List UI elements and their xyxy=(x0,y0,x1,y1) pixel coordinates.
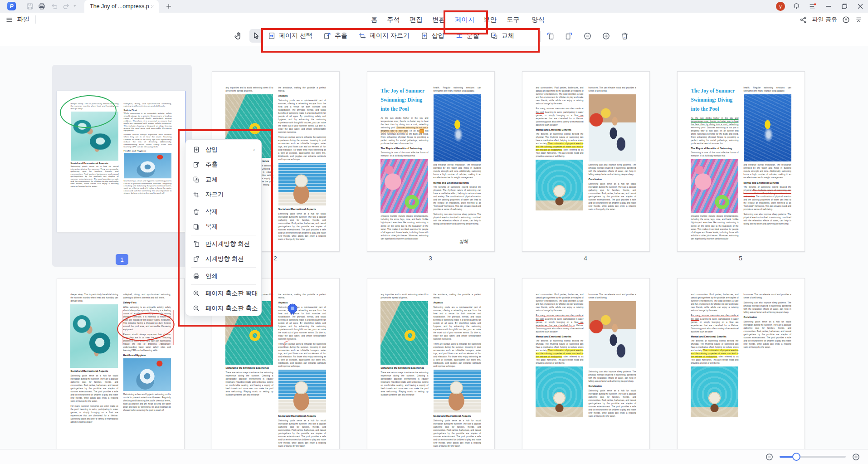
thumb-photo-hat xyxy=(691,366,738,417)
thumb-zoom-in-icon[interactable] xyxy=(852,453,860,461)
menu-tab-주석[interactable]: 주석 xyxy=(387,13,400,26)
share-icon[interactable] xyxy=(800,16,807,24)
thumb-paragraph: There are various ways to enhance the sw… xyxy=(225,371,273,396)
context-item-페이지 축소판 확대[interactable]: 페이지 축소판 확대 xyxy=(185,286,261,301)
collapse-toolbar-icon[interactable] xyxy=(855,16,863,24)
crop-page-button[interactable]: 페이지 자르기 xyxy=(358,32,410,40)
tab-title: The Joy of ...ompress.pdf xyxy=(90,3,149,10)
rotate-cw-button[interactable] xyxy=(565,32,573,40)
thumb-col-right: hormones. This can elevate mood and prov… xyxy=(589,293,636,452)
m_insert-icon xyxy=(193,146,200,153)
support-icon[interactable] xyxy=(793,2,801,10)
menu-tab-양식[interactable]: 양식 xyxy=(532,13,545,26)
page-thumbnail-4[interactable]: and communities. Pool parties, barbecues… xyxy=(522,71,650,252)
thumb-paragraph: Swimming pools serve as a hub for social… xyxy=(589,389,636,418)
thumb-paragraph: Swimming pools are a quintessential part… xyxy=(434,306,481,341)
context-item-시계방향 회전[interactable]: 시계방향 회전 xyxy=(185,251,261,266)
context-item-추출[interactable]: 추출 xyxy=(185,157,261,172)
file-share-label[interactable]: 파일 공유 xyxy=(812,15,837,24)
thumb-paragraph: health. Regular swimming sessions can st… xyxy=(744,86,791,93)
menu-tab-페이지[interactable]: 페이지 xyxy=(455,13,475,26)
thumb-heading: Safety First xyxy=(124,109,172,112)
save-icon[interactable] xyxy=(25,2,34,11)
context-item-삭제[interactable]: 삭제 xyxy=(185,204,261,219)
context-item-페이지 축소판 축소[interactable]: 페이지 축소판 축소 xyxy=(185,301,261,316)
context-item-교체[interactable]: 교체 xyxy=(185,172,261,187)
m_rotl-icon xyxy=(193,240,200,248)
print-icon[interactable] xyxy=(37,2,46,11)
page-select-button[interactable]: 페이지 선택 xyxy=(268,32,312,40)
comment-annotation-icon xyxy=(419,129,424,133)
m_extract-icon xyxy=(193,161,200,168)
page-thumbnail-10[interactable]: and communities. Pool parties, barbecues… xyxy=(677,278,805,452)
zoom-in-button[interactable] xyxy=(602,32,610,40)
menu-tab-홈[interactable]: 홈 xyxy=(371,13,378,26)
page-thumbnail-8[interactable]: any impurities and to avoid swimming whe… xyxy=(367,278,495,452)
m_crop-icon xyxy=(193,191,200,198)
close-button[interactable] xyxy=(856,2,864,10)
hand-tool-button[interactable] xyxy=(231,29,245,43)
zoom-out-button[interactable] xyxy=(583,32,592,40)
page-thumbnail-9[interactable]: and communities. Pool parties, barbecues… xyxy=(522,278,650,452)
page-thumbnail-1[interactable]: deeper sleep. This is particularly benef… xyxy=(57,91,185,232)
thumb-paragraph: Swimming pools are a quintessential part… xyxy=(278,306,326,341)
split-button[interactable]: 분할 xyxy=(455,32,479,40)
m_replace-icon xyxy=(193,176,200,183)
thumb-paragraph: engages multiple muscle groups simultane… xyxy=(691,215,738,240)
rotate-ccw-button[interactable] xyxy=(546,32,555,40)
context-item-복제[interactable]: 복제 xyxy=(185,219,261,234)
pageselect-icon xyxy=(268,32,276,40)
thumb-col-left: deeper sleep. This is particularly benef… xyxy=(70,293,118,452)
thumb-paragraph: The benefits of swimming extend beyond t… xyxy=(536,132,583,158)
minimize-button[interactable] xyxy=(824,2,833,10)
m_zoomout-icon xyxy=(193,305,200,312)
annotation-mark: For many, summer memories are often made… xyxy=(691,314,738,320)
thumb-paragraph: The benefits of swimming extend beyond t… xyxy=(434,186,481,211)
m_print-icon xyxy=(193,273,200,280)
insert-button[interactable]: 삽입 xyxy=(420,32,444,40)
titlebar: P The Joy of ...ompress.pdf y xyxy=(0,0,868,13)
redo-icon[interactable] xyxy=(62,2,71,11)
undo-icon[interactable] xyxy=(50,2,59,11)
select-tool-button[interactable] xyxy=(249,29,263,43)
thumb-paragraph: and communities. Pool parties, barbecues… xyxy=(536,86,583,105)
thumb-photo-floatwoman xyxy=(434,94,481,161)
avatar[interactable]: y xyxy=(776,2,785,11)
menu-tab-편집[interactable]: 편집 xyxy=(410,13,423,26)
thumb-doc-title: The Joy of Summer Swimming: Diving into … xyxy=(691,86,738,113)
page-thumbnail-5[interactable]: The Joy of Summer Swimming: Diving into … xyxy=(677,71,805,252)
context-item-인쇄[interactable]: 인쇄 xyxy=(185,269,261,283)
tab-close-icon[interactable] xyxy=(149,4,155,10)
delete-page-button[interactable] xyxy=(620,32,629,40)
thumb-paragraph: Swimming pools serve as a hub for social… xyxy=(589,182,636,211)
context-item-반시계방향 회전[interactable]: 반시계방향 회전 xyxy=(185,236,261,251)
replace-button[interactable]: 교체 xyxy=(490,32,514,40)
thumb-col-left: any impurities and to avoid swimming whe… xyxy=(380,293,428,452)
document-tab[interactable]: The Joy of ...ompress.pdf xyxy=(84,0,159,13)
thumb-heading: Conclusion xyxy=(744,316,791,319)
maximize-button[interactable] xyxy=(840,2,848,10)
thumb-paragraph: and communities. Pool parties, barbecues… xyxy=(536,293,583,312)
new-tab-button[interactable] xyxy=(164,2,173,11)
file-menu-button[interactable]: 파일 xyxy=(5,13,29,26)
history-dropdown-icon[interactable] xyxy=(73,2,78,11)
page-thumbnail-3[interactable]: The Joy of Summer Swimming: Diving into … xyxy=(367,71,495,252)
notifications-menu-icon[interactable] xyxy=(809,2,817,10)
thumb-paragraph: Swimming can also improve sleep patterns… xyxy=(589,370,636,383)
hamburger-icon xyxy=(5,16,13,24)
extract-button[interactable]: 추출 xyxy=(323,32,347,40)
page-thumbnail-6[interactable]: deeper sleep. This is particularly benef… xyxy=(57,278,185,452)
zoom-slider-thumb[interactable] xyxy=(792,453,800,461)
zoom-slider[interactable] xyxy=(780,456,846,458)
thumb-col-right: health. Regular swimming sessions can st… xyxy=(744,86,791,251)
thumb-paragraph: volleyball, diving, and synchronized swi… xyxy=(123,293,171,299)
cloud-upload-icon[interactable] xyxy=(842,15,850,24)
menu-tab-도구[interactable]: 도구 xyxy=(507,13,520,26)
menu-tab-변환[interactable]: 변환 xyxy=(432,13,445,26)
thumb-paragraph: Swimming pools serve as a hub for social… xyxy=(278,212,326,241)
context-item-자르기[interactable]: 자르기 xyxy=(185,187,261,202)
thumb-zoom-out-icon[interactable] xyxy=(765,453,774,461)
thumb-paragraph: Swimming is one of the most effective fo… xyxy=(691,151,738,157)
context-item-삽입[interactable]: 삽입› xyxy=(185,142,261,157)
menu-tab-보안[interactable]: 보안 xyxy=(483,13,497,26)
